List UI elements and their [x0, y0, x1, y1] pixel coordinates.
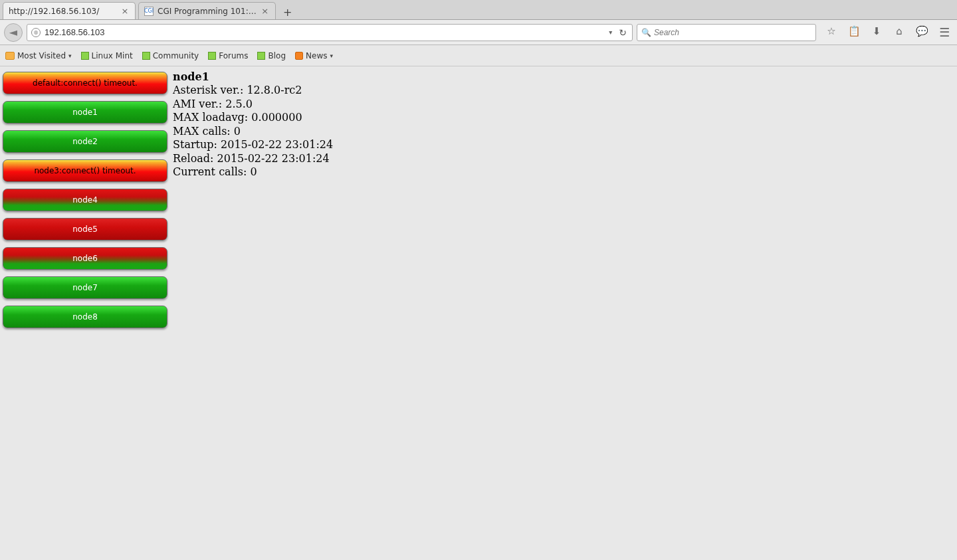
bookmark-forums[interactable]: Forums: [208, 51, 248, 60]
detail-title: node1: [173, 70, 333, 84]
rss-icon: [295, 52, 303, 60]
node-label: node2: [72, 137, 98, 146]
mint-icon: [81, 52, 89, 60]
node-4[interactable]: node4: [3, 189, 167, 211]
node-label: node7: [72, 283, 98, 292]
bookmark-news[interactable]: News ▾: [295, 51, 333, 60]
chevron-down-icon: ▾: [68, 52, 72, 59]
folder-icon: [5, 52, 15, 60]
hamburger-icon[interactable]: ☰: [938, 25, 950, 39]
reload-icon[interactable]: ↻: [617, 27, 628, 38]
detail-max-calls: MAX calls: 0: [173, 125, 333, 138]
node-list: default:connect() timeout. node1 node2 n…: [0, 66, 170, 560]
detail-reload: Reload: 2015-02-22 23:01:24: [173, 152, 333, 165]
node-1[interactable]: node1: [3, 101, 167, 124]
nav-bar: ◄ ◍ ▾ ↻ 🔍 ☆ 📋 ⬇ ⌂ 💬 ☰: [0, 20, 957, 45]
home-icon[interactable]: ⌂: [893, 25, 905, 39]
bookmark-blog[interactable]: Blog: [257, 51, 286, 60]
bookmark-label: Forums: [219, 51, 248, 60]
arrow-left-icon: ◄: [9, 26, 17, 39]
bookmark-linux-mint[interactable]: Linux Mint: [81, 51, 133, 60]
search-input[interactable]: [654, 28, 811, 37]
download-icon[interactable]: ⬇: [871, 25, 883, 39]
clipboard-icon[interactable]: 📋: [848, 25, 860, 39]
mint-icon: [208, 52, 216, 60]
tab-0[interactable]: http://192.168.56.103/ ×: [3, 2, 136, 19]
search-bar[interactable]: 🔍: [637, 24, 816, 41]
bookmark-label: Blog: [268, 51, 286, 60]
detail-max-loadavg: MAX loadavg: 0.000000: [173, 111, 333, 124]
node-label: default:connect() timeout.: [33, 78, 138, 88]
node-label: node5: [72, 225, 98, 234]
mint-icon: [257, 52, 265, 60]
cgi-favicon-icon: CGI: [144, 7, 154, 16]
chat-icon[interactable]: 💬: [916, 25, 928, 39]
close-icon[interactable]: ×: [120, 7, 130, 16]
node-label: node3:connect() timeout.: [34, 166, 136, 175]
chevron-down-icon: ▾: [330, 52, 333, 59]
detail-asterisk: Asterisk ver.: 12.8.0-rc2: [173, 84, 333, 97]
detail-ami: AMI ver.: 2.5.0: [173, 98, 333, 111]
node-8[interactable]: node8: [3, 306, 167, 328]
node-2[interactable]: node2: [3, 130, 167, 153]
tab-1-title: CGI Programming 101:…: [158, 7, 257, 16]
close-icon[interactable]: ×: [261, 7, 270, 16]
bookmark-community[interactable]: Community: [142, 51, 199, 60]
url-dropdown-icon[interactable]: ▾: [607, 29, 613, 36]
node-label: node6: [72, 254, 98, 263]
node-5[interactable]: node5: [3, 218, 167, 240]
node-3[interactable]: node3:connect() timeout.: [3, 159, 167, 182]
globe-icon: ◍: [31, 28, 41, 37]
bookmark-star-icon[interactable]: ☆: [825, 25, 837, 39]
node-label: node8: [72, 312, 98, 322]
url-bar[interactable]: ◍ ▾ ↻: [27, 24, 633, 41]
url-input[interactable]: [45, 27, 603, 37]
page-content: default:connect() timeout. node1 node2 n…: [0, 66, 957, 560]
node-7[interactable]: node7: [3, 276, 167, 299]
bookmark-label: Community: [153, 51, 199, 60]
bookmark-label: News: [306, 51, 327, 60]
detail-startup: Startup: 2015-02-22 23:01:24: [173, 138, 333, 151]
toolbar-icons: ☆ 📋 ⬇ ⌂ 💬 ☰: [825, 25, 950, 39]
bookmark-label: Linux Mint: [92, 51, 133, 60]
back-button[interactable]: ◄: [4, 23, 23, 42]
tab-0-title: http://192.168.56.103/: [9, 7, 116, 16]
node-detail: node1 Asterisk ver.: 12.8.0-rc2 AMI ver.…: [170, 66, 336, 560]
node-label: node4: [72, 195, 98, 205]
new-tab-button[interactable]: +: [280, 5, 296, 19]
bookmark-label: Most Visited: [17, 51, 66, 60]
tab-strip: http://192.168.56.103/ × CGI CGI Program…: [0, 0, 957, 20]
node-label: node1: [72, 108, 98, 117]
search-icon: 🔍: [641, 28, 651, 37]
detail-current-calls: Current calls: 0: [173, 165, 333, 179]
mint-icon: [142, 52, 150, 60]
tab-1[interactable]: CGI CGI Programming 101:… ×: [138, 2, 276, 19]
node-6[interactable]: node6: [3, 247, 167, 270]
bookmark-most-visited[interactable]: Most Visited ▾: [5, 51, 72, 60]
bookmarks-bar: Most Visited ▾ Linux Mint Community Foru…: [0, 45, 957, 66]
node-default[interactable]: default:connect() timeout.: [3, 72, 167, 94]
